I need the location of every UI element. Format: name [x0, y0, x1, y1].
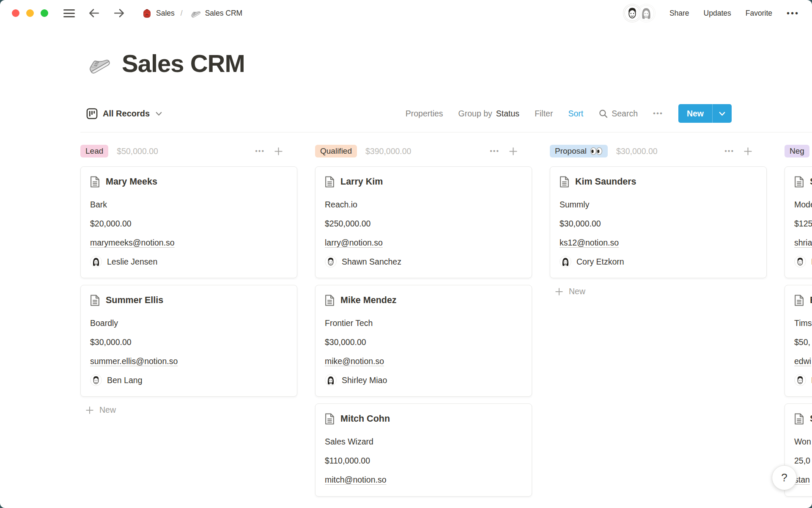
- page-icon: [325, 176, 335, 188]
- record-card[interactable]: Mitch Cohn Sales Wizard $110,000.00 mitc…: [315, 403, 532, 497]
- record-card[interactable]: Kim Saunders Summly $30,000.00 ks12@noti…: [550, 166, 767, 278]
- page-icon: [90, 295, 100, 306]
- column-more-icon[interactable]: •••: [724, 147, 734, 155]
- record-card[interactable]: E Tims $50, edwi H: [785, 285, 812, 397]
- new-button-dropdown[interactable]: [712, 104, 732, 123]
- record-owner: Leslie Jensen: [107, 257, 157, 267]
- record-amount: $30,000.00: [325, 336, 522, 348]
- record-amount: 25,0: [794, 454, 812, 467]
- column-add-icon[interactable]: [274, 147, 283, 156]
- group-by-button[interactable]: Group by Status: [458, 109, 520, 119]
- forward-arrow-icon[interactable]: [113, 7, 126, 19]
- breadcrumb-separator: /: [181, 9, 183, 18]
- page-icon: [794, 176, 804, 188]
- search-button[interactable]: Search: [598, 109, 638, 119]
- record-owner: Cory Etzkorn: [576, 257, 624, 267]
- avatar: [560, 256, 571, 268]
- sidebar-menu-icon[interactable]: [63, 9, 75, 17]
- record-email-link[interactable]: marymeeks@notion.so: [90, 238, 175, 247]
- column-sum: $50,000.00: [117, 146, 158, 156]
- record-company: Mode: [794, 198, 812, 211]
- filter-button[interactable]: Filter: [535, 109, 553, 119]
- status-label: Proposal: [555, 146, 587, 156]
- record-company: Boardly: [90, 317, 288, 329]
- breadcrumb-label: Sales: [156, 9, 175, 18]
- record-card[interactable]: Mike Mendez Frontier Tech $30,000.00 mik…: [315, 285, 532, 397]
- updates-button[interactable]: Updates: [704, 9, 731, 18]
- share-button[interactable]: Share: [669, 9, 689, 18]
- column-header: Neg: [785, 143, 812, 160]
- breadcrumb-item-sales[interactable]: Sales: [142, 8, 175, 19]
- record-card[interactable]: S Mode $125, shria E: [785, 166, 812, 278]
- avatar: [90, 256, 102, 268]
- record-amount: $30,000.00: [560, 217, 757, 230]
- column-header: Proposal $30,000.00 •••: [550, 143, 767, 160]
- favorite-button[interactable]: Favorite: [746, 9, 772, 18]
- add-card-label: New: [569, 287, 585, 296]
- column-header: Qualified $390,000.00 •••: [315, 143, 532, 160]
- breadcrumb-item-sales-crm[interactable]: Sales CRM: [189, 7, 243, 19]
- status-badge[interactable]: Qualified: [315, 145, 357, 157]
- properties-button[interactable]: Properties: [406, 109, 443, 119]
- page-header: Sales CRM: [80, 49, 812, 77]
- record-name: S: [810, 412, 812, 425]
- status-badge[interactable]: Proposal: [550, 145, 608, 157]
- record-email-link[interactable]: mike@notion.so: [325, 356, 384, 366]
- record-name: E: [810, 294, 812, 306]
- add-card-button[interactable]: New: [550, 287, 767, 296]
- avatar: [637, 4, 655, 22]
- record-email-link[interactable]: ks12@notion.so: [560, 238, 619, 247]
- record-owner: Ben Lang: [107, 375, 143, 385]
- record-company: Summly: [560, 198, 757, 211]
- column-add-icon[interactable]: [743, 147, 752, 156]
- more-options-icon[interactable]: •••: [787, 8, 799, 18]
- chevron-down-icon: [155, 110, 163, 118]
- toolbar-divider: [80, 132, 812, 133]
- record-name: Mitch Cohn: [340, 412, 390, 425]
- status-badge[interactable]: Lead: [80, 145, 108, 157]
- record-amount: $20,000.00: [90, 217, 288, 230]
- column-more-icon[interactable]: •••: [255, 147, 265, 155]
- sort-button[interactable]: Sort: [568, 109, 583, 119]
- page-icon: [325, 295, 335, 306]
- column-add-icon[interactable]: [509, 147, 518, 156]
- close-window-button[interactable]: [12, 9, 19, 17]
- back-arrow-icon[interactable]: [88, 7, 100, 19]
- record-name: S: [810, 175, 812, 188]
- kanban-board: Lead $50,000.00 ••• Mary Meeks Bark $20,…: [80, 143, 812, 497]
- record-card[interactable]: Summer Ellis Boardly $30,000.00 summer.e…: [80, 285, 297, 397]
- view-toolbar: All Records Properties Group by Status F…: [80, 104, 732, 123]
- view-switcher[interactable]: All Records: [86, 108, 163, 119]
- record-name: Mary Meeks: [106, 175, 157, 188]
- eyes-emoji-icon: [590, 147, 603, 155]
- record-email-link[interactable]: mitch@notion.so: [325, 475, 387, 484]
- view-more-options-icon[interactable]: •••: [653, 109, 663, 118]
- status-badge[interactable]: Neg: [785, 145, 809, 157]
- plus-icon: [555, 287, 563, 296]
- record-email-link[interactable]: summer.ellis@notion.so: [90, 356, 178, 366]
- page-icon: [794, 413, 804, 425]
- breadcrumb-label: Sales CRM: [205, 9, 243, 18]
- record-name: Summer Ellis: [106, 294, 163, 306]
- record-email-link[interactable]: shria: [794, 238, 812, 247]
- column-more-icon[interactable]: •••: [490, 147, 499, 155]
- new-record-button[interactable]: New: [678, 104, 732, 123]
- record-email-link[interactable]: edwi: [794, 356, 811, 366]
- record-company: Tims: [794, 317, 812, 329]
- zoom-window-button[interactable]: [41, 9, 48, 17]
- add-card-button[interactable]: New: [80, 405, 297, 415]
- minimize-window-button[interactable]: [26, 9, 34, 17]
- breadcrumb: Sales / Sales CRM: [142, 7, 242, 19]
- record-company: Won: [794, 435, 812, 448]
- record-card[interactable]: Larry Kim Reach.io $250,000.00 larry@not…: [315, 166, 532, 278]
- page-icon-sneaker[interactable]: [84, 50, 112, 77]
- record-card[interactable]: Mary Meeks Bark $20,000.00 marymeeks@not…: [80, 166, 297, 278]
- collaborator-avatars[interactable]: [623, 4, 655, 22]
- avatar: [794, 374, 806, 386]
- record-company: Sales Wizard: [325, 435, 522, 448]
- search-icon: [598, 109, 608, 119]
- board-view-icon: [86, 108, 98, 119]
- help-button[interactable]: ?: [772, 465, 797, 490]
- record-email-link[interactable]: larry@notion.so: [325, 238, 383, 247]
- record-amount: $110,000.00: [325, 454, 522, 467]
